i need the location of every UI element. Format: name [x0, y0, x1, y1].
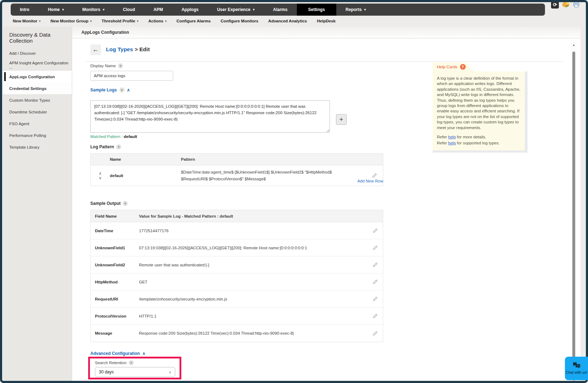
sidebar-item-applogs-configuration[interactable]: AppLogs Configuration — [3, 71, 72, 83]
nav-apm[interactable]: APM — [144, 4, 172, 16]
sidebar-title: Discovery & Data Collection — [3, 27, 72, 47]
advanced-configuration-label: Advanced Configuration — [90, 351, 140, 356]
add-new-row-link[interactable]: Add New Row — [90, 179, 383, 183]
display-name-input[interactable] — [90, 71, 173, 81]
help-question-icon[interactable]: ? — [118, 63, 123, 68]
sample-logs-label: Sample Logs — [90, 87, 117, 92]
toolbar-label: New Monitor Group — [50, 19, 89, 23]
nav-reports[interactable]: Reports▾ — [336, 4, 375, 16]
vertical-scrollbar[interactable]: ▲ — [571, 40, 577, 381]
back-button[interactable]: ← — [90, 44, 101, 55]
toolbar-threshold-profile[interactable]: Threshold Profile▾ — [97, 19, 144, 23]
field-name-cell: RequestURI — [91, 297, 139, 301]
advanced-configuration-heading[interactable]: Advanced Configuration ∧ — [90, 351, 145, 356]
sidebar-item-label: Downtime Scheduler — [9, 110, 47, 114]
sidebar-item-fso-agent[interactable]: FSO Agent — [3, 118, 72, 129]
nav-label: Reports — [346, 7, 362, 12]
name-column-header: Name — [110, 157, 181, 161]
nav-label: Applogs — [181, 7, 198, 12]
edit-pencil-icon[interactable] — [373, 228, 378, 233]
edit-pencil-icon[interactable] — [372, 173, 377, 178]
help-question-icon[interactable]: ? — [123, 201, 128, 206]
toolbar-label: New Monitor — [13, 19, 37, 23]
chevron-down-icon: ▾ — [137, 20, 138, 23]
log-pattern-heading: Log Pattern ? — [90, 144, 121, 149]
nav-label: Cloud — [123, 7, 135, 12]
refer-text: for supported log types. — [456, 141, 499, 145]
nav-alarms[interactable]: Alarms — [264, 4, 297, 16]
table-row: UnknownField1 07:13:19:038]|[02-16-2026]… — [91, 239, 383, 256]
nav-label: Settings — [308, 7, 325, 12]
sidebar-item-credential-settings[interactable]: Credential Settings — [3, 83, 72, 94]
sidebar-item-apm-insight-agent-configuration[interactable]: APM Insight Agent Configuration ... — [3, 59, 72, 71]
nav-user-experience[interactable]: User Experience▾ — [208, 4, 264, 16]
sidebar: Discovery & Data Collection Add / Discov… — [3, 27, 72, 381]
nav-cloud[interactable]: Cloud — [114, 4, 144, 16]
sample-logs-heading: Sample Logs ? ∧ — [90, 87, 130, 92]
search-retention-select[interactable]: 30 days ∨ — [95, 367, 175, 377]
nav-intro[interactable]: Intro — [11, 4, 39, 16]
help-cards-tab[interactable]: Help Cards ? — [433, 62, 475, 71]
sidebar-item-label: Credential Settings — [9, 86, 47, 91]
toolbar-helpdesk[interactable]: HelpDesk — [312, 19, 340, 23]
sidebar-item-downtime-scheduler[interactable]: Downtime Scheduler — [3, 106, 72, 118]
chevron-down-icon: ▾ — [165, 20, 166, 23]
move-up-icon[interactable]: ∧ — [99, 171, 102, 175]
help-question-icon[interactable]: ? — [116, 144, 121, 149]
collapse-chevron-up-icon: ∧ — [142, 351, 145, 356]
top-nav: Intro Home▾ Monitors▾ Cloud APM Applogs … — [11, 4, 545, 16]
breadcrumb-log-types-link[interactable]: Log Types — [106, 46, 133, 52]
panel-tabbar: AppLogs Configuration — [72, 27, 581, 38]
edit-pencil-icon[interactable] — [373, 313, 378, 319]
sidebar-item-performance-polling[interactable]: Performance Polling — [3, 129, 72, 141]
sidebar-item-custom-monitor-types[interactable]: Custom Monitor Types — [3, 94, 72, 106]
nav-settings[interactable]: Settings — [297, 4, 336, 16]
nav-label: Monitors — [82, 7, 101, 12]
toolbar-configure-alarms[interactable]: Configure Alarms — [172, 19, 216, 23]
add-sample-log-button[interactable]: + — [336, 114, 347, 125]
toolbar-actions[interactable]: Actions▾ — [143, 19, 171, 23]
toolbar-new-monitor-group[interactable]: New Monitor Group▾ — [46, 19, 97, 23]
chevron-down-icon: ▾ — [364, 8, 366, 11]
sidebar-item-add-discover[interactable]: Add / Discover — [3, 47, 72, 59]
sidebar-item-label: FSO Agent — [9, 122, 29, 126]
help-question-icon[interactable]: ? — [129, 360, 134, 365]
edit-pencil-icon[interactable] — [373, 262, 378, 267]
nav-monitors[interactable]: Monitors▾ — [73, 4, 114, 16]
help-link[interactable]: help — [448, 135, 456, 139]
help-link[interactable]: help — [448, 141, 456, 145]
pie-chart-icon[interactable] — [562, 1, 570, 9]
chat-widget-button[interactable]: Chat with us! — [565, 357, 588, 380]
toolbar-new-monitor[interactable]: New Monitor▾ — [8, 19, 46, 23]
edit-pencil-icon[interactable] — [373, 331, 378, 336]
chevron-down-icon: ▾ — [253, 8, 255, 11]
edit-pencil-icon[interactable] — [373, 279, 378, 284]
chevron-down-icon: ▾ — [103, 8, 105, 11]
sample-output-heading: Sample Output ? — [90, 201, 128, 206]
collapse-chevron-up-icon[interactable]: ∧ — [127, 87, 130, 92]
edit-pencil-icon[interactable] — [373, 296, 378, 302]
help-question-icon[interactable]: ? — [119, 87, 124, 92]
toolbar-advanced-analytics[interactable]: Advanced Analytics — [263, 19, 312, 23]
app-window: Intro Home▾ Monitors▾ Cloud APM Applogs … — [0, 0, 588, 383]
breadcrumb-edit: > Edit — [133, 46, 150, 52]
nav-home[interactable]: Home▾ — [39, 4, 73, 16]
nav-applogs[interactable]: Applogs — [172, 4, 208, 16]
chat-widget-label: Chat with us! — [566, 370, 587, 375]
print-icon[interactable] — [572, 1, 580, 9]
scrollbar-thumb[interactable] — [572, 52, 575, 381]
sample-logs-textarea[interactable]: [07:13:19:038]|[02-16-2026]|[ACCESS_LOG]… — [90, 100, 330, 133]
edit-pencil-icon[interactable] — [373, 245, 378, 250]
printer-glyph — [573, 1, 580, 8]
sidebar-item-label: Add / Discover — [9, 51, 36, 55]
nav-label: Home — [48, 7, 60, 12]
toolbar-configure-monitors[interactable]: Configure Monitors — [216, 19, 263, 23]
toolbar-label: Threshold Profile — [102, 19, 135, 23]
help-question-icon[interactable]: ? — [460, 64, 466, 70]
matched-pattern-colon: : — [120, 134, 124, 139]
sync-icon[interactable]: ⟳ — [551, 1, 559, 9]
sidebar-item-template-library[interactable]: Template Library — [3, 141, 72, 153]
matched-pattern-value: default — [124, 134, 137, 139]
scroll-up-arrow-icon[interactable]: ▲ — [572, 43, 575, 47]
toolbar-label: HelpDesk — [317, 19, 335, 23]
